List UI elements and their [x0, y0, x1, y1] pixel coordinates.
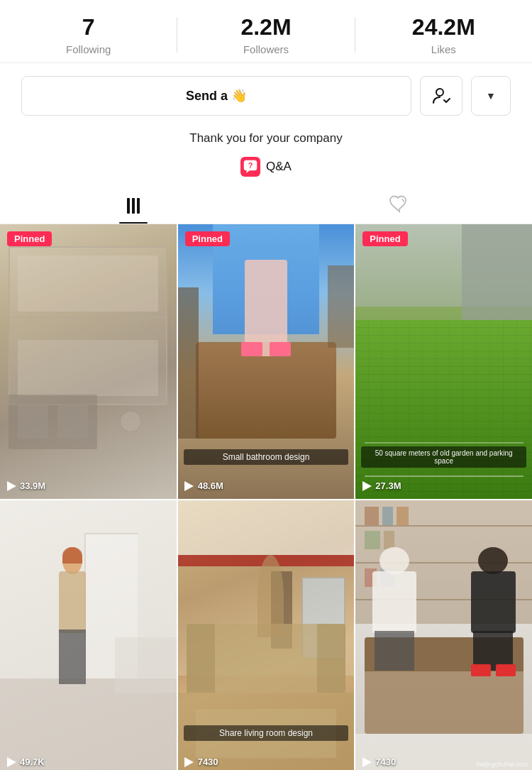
video-grid: Pinned 33.9M Pinned Small bathroom desig… [0, 224, 532, 770]
view-number-3: 27.3M [375, 480, 401, 491]
likes-count: 24.2M [362, 14, 525, 40]
svg-text:?: ? [248, 161, 253, 170]
qa-icon: ? [240, 157, 260, 177]
stats-section: 7 Following 2.2M Followers 24.2M Likes [0, 0, 532, 63]
play-icon-2 [184, 480, 195, 492]
play-icon-1 [6, 480, 17, 492]
play-icon-5 [184, 757, 195, 768]
likes-label: Likes [362, 43, 525, 55]
view-number-1: 33.9M [20, 480, 45, 491]
watermark-6: beijingchuhai.com [477, 761, 528, 768]
tab-grid[interactable] [0, 188, 266, 224]
video-overlay-2: Small bathroom design [184, 449, 349, 465]
tab-liked[interactable] [266, 188, 532, 224]
action-buttons: Send a 👋 ▼ [0, 63, 532, 128]
video-card-3[interactable]: Pinned 50 square meters of old garden an… [355, 224, 532, 499]
view-number-2: 48.6M [198, 480, 223, 491]
view-number-4: 49.7K [20, 757, 45, 767]
follow-button[interactable] [420, 76, 462, 116]
video-card-1[interactable]: Pinned 33.9M [0, 224, 177, 499]
stat-following[interactable]: 7 Following [0, 14, 177, 55]
video-card-2[interactable]: Pinned Small bathroom design 48.6M [178, 224, 355, 499]
view-count-1: 33.9M [6, 480, 45, 492]
stat-likes[interactable]: 24.2M Likes [355, 14, 532, 55]
bio-text: Thank you for your company [189, 131, 342, 145]
video-card-5[interactable]: Share living room design 7430 [178, 500, 355, 770]
tabs-section [0, 188, 532, 224]
qa-section[interactable]: ? Q&A [0, 151, 532, 188]
view-number-5: 7430 [198, 757, 218, 767]
following-count: 7 [7, 14, 170, 40]
grid-tab-icon [127, 198, 140, 214]
svg-point-0 [436, 89, 443, 96]
pinned-badge-1: Pinned [7, 231, 52, 246]
followers-count: 2.2M [184, 14, 347, 40]
pinned-badge-2: Pinned [185, 231, 230, 246]
stat-followers[interactable]: 2.2M Followers [177, 14, 354, 55]
heart-tab-icon [388, 192, 411, 220]
video-card-6[interactable]: 7430 beijingchuhai.com [355, 500, 532, 770]
view-count-2: 48.6M [184, 480, 223, 492]
qa-bubble-icon: ? [243, 160, 257, 174]
video-card-4[interactable]: 49.7K [0, 500, 177, 770]
pinned-badge-3: Pinned [362, 231, 407, 246]
video-overlay-3: 50 square meters of old garden and parki… [361, 446, 526, 468]
view-number-6: 7430 [375, 757, 396, 767]
view-count-4: 49.7K [6, 757, 45, 768]
qa-label: Q&A [266, 160, 292, 174]
view-count-5: 7430 [184, 757, 218, 768]
view-count-3: 27.3M [361, 480, 401, 492]
bio-section: Thank you for your company [0, 128, 532, 151]
video-overlay-5: Share living room design [184, 725, 349, 741]
person-check-icon [431, 86, 451, 106]
following-label: Following [7, 43, 170, 55]
play-icon-6 [361, 757, 372, 768]
view-count-6: 7430 [361, 757, 396, 768]
play-icon-3 [361, 480, 372, 492]
play-icon-4 [6, 757, 17, 768]
dropdown-button[interactable]: ▼ [471, 76, 511, 116]
followers-label: Followers [184, 43, 347, 55]
send-button[interactable]: Send a 👋 [21, 76, 411, 116]
